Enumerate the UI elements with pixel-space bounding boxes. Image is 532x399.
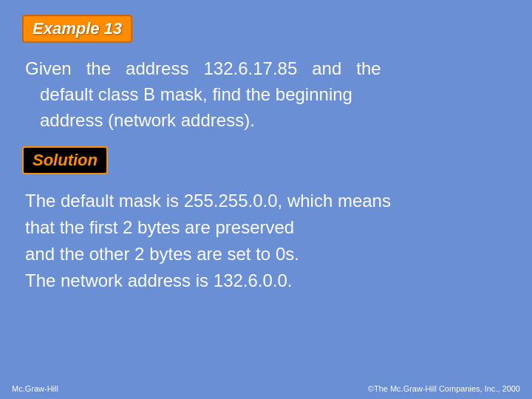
solution-line1: The default mask is 255.255.0.0, which m… [25,191,391,211]
footer: Mc.Graw-Hill ©The Mc.Graw-Hill Companies… [12,384,520,393]
problem-line1: Given the address 132.6.17.85 and the [25,58,381,78]
example-badge: Example 13 [22,15,132,43]
problem-line2: default class B mask, find the beginning [25,84,352,104]
footer-left: Mc.Graw-Hill [12,384,58,393]
footer-right: ©The Mc.Graw-Hill Companies, Inc., 2000 [368,384,520,393]
problem-line3: address (network address). [25,110,255,130]
solution-line2: that the first 2 bytes are preserved [25,217,294,237]
solution-line4: The network address is 132.6.0.0. [25,270,293,290]
solution-line3: and the other 2 bytes are set to 0s. [25,244,299,264]
slide-container: Example 13 Given the address 132.6.17.85… [0,0,532,399]
solution-badge: Solution [22,146,108,174]
problem-text: Given the address 132.6.17.85 and the de… [22,56,510,133]
solution-text: The default mask is 255.255.0.0, which m… [22,188,510,294]
